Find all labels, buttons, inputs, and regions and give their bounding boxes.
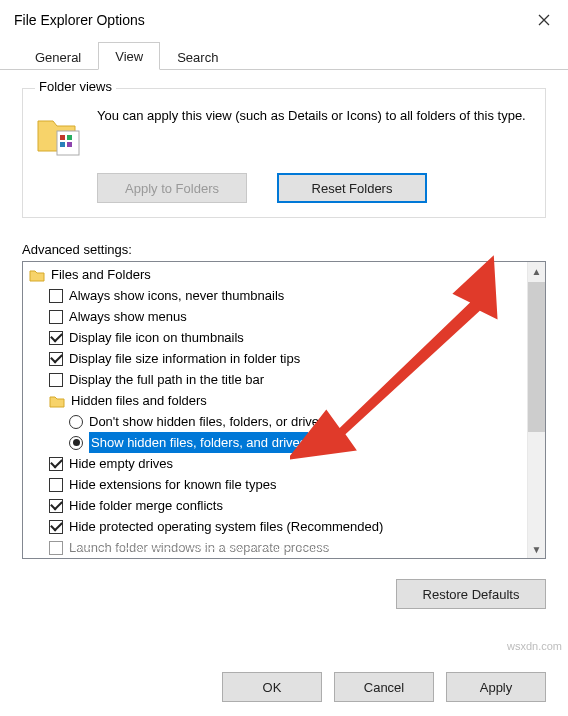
window-title: File Explorer Options — [14, 12, 145, 28]
checkbox-hide-extensions[interactable]: Hide extensions for known file types — [27, 474, 527, 495]
checkbox-hide-merge[interactable]: Hide folder merge conflicts — [27, 495, 527, 516]
apply-button[interactable]: Apply — [446, 672, 546, 702]
titlebar: File Explorer Options — [0, 0, 568, 40]
folder-icon — [49, 394, 65, 408]
checkbox-hide-protected[interactable]: Hide protected operating system files (R… — [27, 516, 527, 537]
tree-group-hidden: Hidden files and folders — [27, 390, 527, 411]
advanced-settings-label: Advanced settings: — [22, 242, 546, 257]
svg-rect-1 — [60, 135, 65, 140]
checkbox-display-full-path[interactable]: Display the full path in the title bar — [27, 369, 527, 390]
tab-search[interactable]: Search — [160, 43, 235, 70]
dialog-buttons: OK Cancel Apply — [222, 672, 546, 702]
close-icon[interactable] — [534, 10, 554, 30]
ok-button[interactable]: OK — [222, 672, 322, 702]
cancel-button[interactable]: Cancel — [334, 672, 434, 702]
folder-icon — [29, 268, 45, 282]
apply-to-folders-button: Apply to Folders — [97, 173, 247, 203]
checkbox-hide-empty-drives[interactable]: Hide empty drives — [27, 453, 527, 474]
checkbox-display-file-icon[interactable]: Display file icon on thumbnails — [27, 327, 527, 348]
scroll-thumb[interactable] — [528, 282, 545, 432]
watermark: wsxdn.com — [507, 640, 562, 652]
checkbox-launch-separate[interactable]: Launch folder windows in a separate proc… — [27, 537, 527, 558]
svg-rect-4 — [67, 142, 72, 147]
scrollbar[interactable]: ▲ ▼ — [527, 262, 545, 558]
scroll-up-icon[interactable]: ▲ — [528, 262, 545, 280]
svg-rect-2 — [67, 135, 72, 140]
tab-view[interactable]: View — [98, 42, 160, 70]
scroll-down-icon[interactable]: ▼ — [528, 540, 545, 558]
advanced-settings-tree[interactable]: Files and Folders Always show icons, nev… — [22, 261, 546, 559]
reset-folders-button[interactable]: Reset Folders — [277, 173, 427, 203]
tab-content: Folder views You can apply this view (su… — [0, 70, 568, 609]
checkbox-display-file-size[interactable]: Display file size information in folder … — [27, 348, 527, 369]
svg-rect-3 — [60, 142, 65, 147]
checkbox-always-icons[interactable]: Always show icons, never thumbnails — [27, 285, 527, 306]
checkbox-always-menus[interactable]: Always show menus — [27, 306, 527, 327]
tabs: General View Search — [0, 40, 568, 70]
tree-group-files-folders: Files and Folders — [27, 264, 527, 285]
folder-icon — [35, 111, 83, 159]
tab-general[interactable]: General — [18, 43, 98, 70]
folder-views-group: Folder views You can apply this view (su… — [22, 88, 546, 218]
restore-defaults-button[interactable]: Restore Defaults — [396, 579, 546, 609]
folder-views-legend: Folder views — [35, 79, 116, 94]
folder-views-text: You can apply this view (such as Details… — [97, 107, 526, 125]
radio-show-hidden[interactable]: Show hidden files, folders, and drives — [27, 432, 527, 453]
radio-dont-show-hidden[interactable]: Don't show hidden files, folders, or dri… — [27, 411, 527, 432]
